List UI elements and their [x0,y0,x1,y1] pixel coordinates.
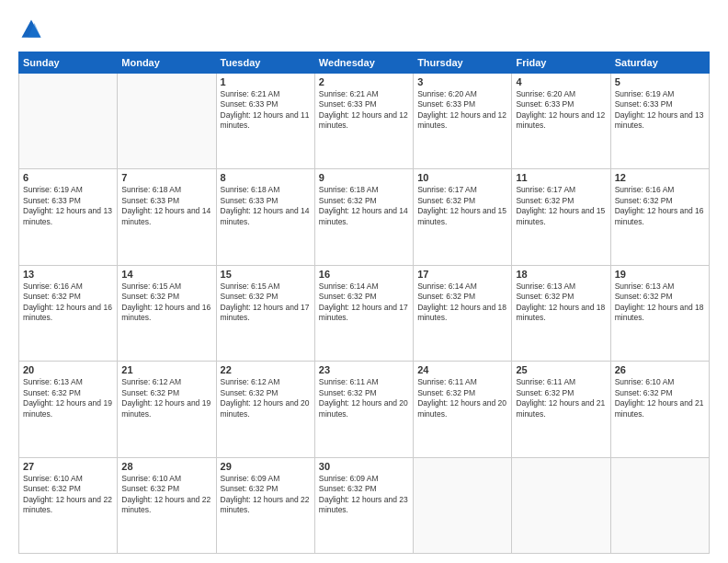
day-number: 27 [23,461,113,472]
calendar-cell [512,457,610,553]
day-info: Sunrise: 6:11 AM Sunset: 6:32 PM Dayligh… [417,377,507,419]
calendar-cell: 28Sunrise: 6:10 AM Sunset: 6:32 PM Dayli… [118,457,216,553]
calendar-cell: 3Sunrise: 6:20 AM Sunset: 6:33 PM Daylig… [414,74,512,169]
calendar-cell: 8Sunrise: 6:18 AM Sunset: 6:33 PM Daylig… [216,169,314,265]
day-number: 22 [221,364,311,375]
day-info: Sunrise: 6:18 AM Sunset: 6:33 PM Dayligh… [221,185,311,227]
day-number: 24 [417,364,507,375]
calendar-cell [118,74,216,169]
calendar-cell: 5Sunrise: 6:19 AM Sunset: 6:33 PM Daylig… [610,74,709,169]
day-number: 28 [121,461,211,472]
day-info: Sunrise: 6:16 AM Sunset: 6:32 PM Dayligh… [615,185,705,227]
calendar-cell: 19Sunrise: 6:13 AM Sunset: 6:32 PM Dayli… [610,265,709,361]
calendar-cell: 13Sunrise: 6:16 AM Sunset: 6:32 PM Dayli… [19,265,118,361]
day-info: Sunrise: 6:15 AM Sunset: 6:32 PM Dayligh… [221,282,311,324]
calendar-week-4: 27Sunrise: 6:10 AM Sunset: 6:32 PM Dayli… [19,457,710,553]
calendar-cell [19,74,118,169]
calendar-header-row: SundayMondayTuesdayWednesdayThursdayFrid… [19,52,710,74]
calendar-cell: 17Sunrise: 6:14 AM Sunset: 6:32 PM Dayli… [414,265,512,361]
day-info: Sunrise: 6:11 AM Sunset: 6:32 PM Dayligh… [319,377,409,419]
day-number: 21 [121,364,211,375]
day-number: 7 [121,172,211,183]
day-info: Sunrise: 6:09 AM Sunset: 6:32 PM Dayligh… [221,474,311,516]
day-number: 13 [23,269,113,280]
day-info: Sunrise: 6:19 AM Sunset: 6:33 PM Dayligh… [23,185,113,227]
day-info: Sunrise: 6:10 AM Sunset: 6:32 PM Dayligh… [121,474,211,516]
day-number: 2 [319,76,409,87]
day-number: 3 [417,76,507,87]
day-number: 30 [319,461,409,472]
calendar-cell: 12Sunrise: 6:16 AM Sunset: 6:32 PM Dayli… [610,169,709,265]
calendar-week-0: 1Sunrise: 6:21 AM Sunset: 6:33 PM Daylig… [19,74,710,169]
calendar-week-3: 20Sunrise: 6:13 AM Sunset: 6:32 PM Dayli… [19,362,710,457]
day-info: Sunrise: 6:20 AM Sunset: 6:33 PM Dayligh… [516,89,606,132]
day-number: 18 [516,269,606,280]
day-info: Sunrise: 6:21 AM Sunset: 6:33 PM Dayligh… [221,89,311,132]
logo-icon [18,17,44,42]
day-number: 5 [615,76,705,87]
day-info: Sunrise: 6:17 AM Sunset: 6:32 PM Dayligh… [516,185,606,227]
day-info: Sunrise: 6:15 AM Sunset: 6:32 PM Dayligh… [121,282,211,324]
calendar-cell: 14Sunrise: 6:15 AM Sunset: 6:32 PM Dayli… [118,265,216,361]
day-number: 4 [516,76,606,87]
day-info: Sunrise: 6:14 AM Sunset: 6:32 PM Dayligh… [319,282,409,324]
day-info: Sunrise: 6:13 AM Sunset: 6:32 PM Dayligh… [23,377,113,419]
calendar-cell: 23Sunrise: 6:11 AM Sunset: 6:32 PM Dayli… [314,362,413,457]
calendar-cell: 7Sunrise: 6:18 AM Sunset: 6:33 PM Daylig… [118,169,216,265]
day-info: Sunrise: 6:19 AM Sunset: 6:33 PM Dayligh… [615,89,705,132]
day-info: Sunrise: 6:20 AM Sunset: 6:33 PM Dayligh… [417,89,507,132]
header-friday: Friday [512,52,610,74]
day-number: 25 [516,364,606,375]
day-number: 16 [319,269,409,280]
calendar-week-2: 13Sunrise: 6:16 AM Sunset: 6:32 PM Dayli… [19,265,710,361]
day-info: Sunrise: 6:11 AM Sunset: 6:32 PM Dayligh… [516,377,606,419]
day-info: Sunrise: 6:18 AM Sunset: 6:33 PM Dayligh… [121,185,211,227]
calendar-cell: 11Sunrise: 6:17 AM Sunset: 6:32 PM Dayli… [512,169,610,265]
calendar-cell: 2Sunrise: 6:21 AM Sunset: 6:33 PM Daylig… [314,74,413,169]
day-number: 20 [23,364,113,375]
day-number: 14 [121,269,211,280]
calendar-cell: 15Sunrise: 6:15 AM Sunset: 6:32 PM Dayli… [216,265,314,361]
day-info: Sunrise: 6:10 AM Sunset: 6:32 PM Dayligh… [23,474,113,516]
day-info: Sunrise: 6:16 AM Sunset: 6:32 PM Dayligh… [23,282,113,324]
calendar-cell: 16Sunrise: 6:14 AM Sunset: 6:32 PM Dayli… [314,265,413,361]
day-number: 17 [417,269,507,280]
calendar-table: SundayMondayTuesdayWednesdayThursdayFrid… [18,52,710,554]
calendar-cell: 24Sunrise: 6:11 AM Sunset: 6:32 PM Dayli… [414,362,512,457]
calendar-cell [610,457,709,553]
calendar-cell: 25Sunrise: 6:11 AM Sunset: 6:32 PM Dayli… [512,362,610,457]
page: SundayMondayTuesdayWednesdayThursdayFrid… [0,0,728,563]
day-info: Sunrise: 6:18 AM Sunset: 6:32 PM Dayligh… [319,185,409,227]
day-info: Sunrise: 6:12 AM Sunset: 6:32 PM Dayligh… [121,377,211,419]
day-info: Sunrise: 6:09 AM Sunset: 6:32 PM Dayligh… [319,474,409,516]
day-number: 6 [23,172,113,183]
header-sunday: Sunday [19,52,118,74]
logo [18,17,48,42]
day-number: 9 [319,172,409,183]
day-info: Sunrise: 6:10 AM Sunset: 6:32 PM Dayligh… [615,377,705,419]
calendar-cell: 21Sunrise: 6:12 AM Sunset: 6:32 PM Dayli… [118,362,216,457]
day-number: 1 [221,76,311,87]
calendar-cell: 6Sunrise: 6:19 AM Sunset: 6:33 PM Daylig… [19,169,118,265]
calendar-cell: 27Sunrise: 6:10 AM Sunset: 6:32 PM Dayli… [19,457,118,553]
header-thursday: Thursday [414,52,512,74]
day-info: Sunrise: 6:17 AM Sunset: 6:32 PM Dayligh… [417,185,507,227]
calendar-cell: 30Sunrise: 6:09 AM Sunset: 6:32 PM Dayli… [314,457,413,553]
day-number: 12 [615,172,705,183]
header-saturday: Saturday [610,52,709,74]
calendar-cell: 4Sunrise: 6:20 AM Sunset: 6:33 PM Daylig… [512,74,610,169]
day-number: 11 [516,172,606,183]
calendar-cell [414,457,512,553]
day-number: 23 [319,364,409,375]
day-info: Sunrise: 6:14 AM Sunset: 6:32 PM Dayligh… [417,282,507,324]
day-number: 29 [221,461,311,472]
day-number: 10 [417,172,507,183]
calendar-cell: 26Sunrise: 6:10 AM Sunset: 6:32 PM Dayli… [610,362,709,457]
day-info: Sunrise: 6:13 AM Sunset: 6:32 PM Dayligh… [615,282,705,324]
calendar-cell: 10Sunrise: 6:17 AM Sunset: 6:32 PM Dayli… [414,169,512,265]
day-number: 15 [221,269,311,280]
day-number: 19 [615,269,705,280]
calendar-cell: 20Sunrise: 6:13 AM Sunset: 6:32 PM Dayli… [19,362,118,457]
day-number: 8 [221,172,311,183]
header-tuesday: Tuesday [216,52,314,74]
